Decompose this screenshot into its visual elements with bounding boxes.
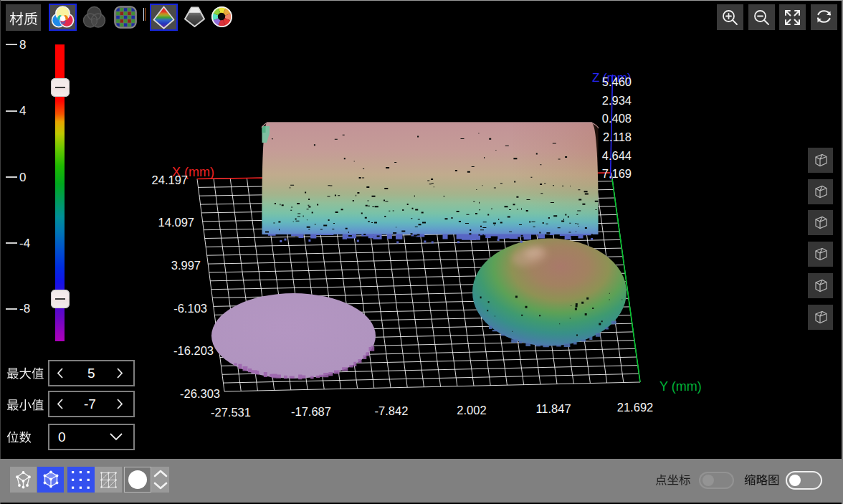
svg-text:-17.687: -17.687 bbox=[291, 405, 331, 418]
svg-text:-26.303: -26.303 bbox=[180, 387, 220, 400]
svg-text:2.118: 2.118 bbox=[603, 130, 632, 143]
svg-text:2.002: 2.002 bbox=[457, 404, 486, 417]
svg-text:14.097: 14.097 bbox=[158, 216, 194, 229]
svg-text:-27.531: -27.531 bbox=[211, 406, 251, 419]
svg-text:11.847: 11.847 bbox=[535, 402, 571, 415]
svg-text:24.197: 24.197 bbox=[152, 173, 188, 186]
svg-text:2.934: 2.934 bbox=[602, 94, 632, 107]
svg-text:0.408: 0.408 bbox=[602, 112, 632, 125]
svg-text:-6.103: -6.103 bbox=[173, 302, 207, 315]
svg-text:4.644: 4.644 bbox=[602, 149, 632, 162]
svg-text:3.997: 3.997 bbox=[171, 259, 201, 272]
svg-text:Y (mm): Y (mm) bbox=[659, 379, 702, 394]
svg-text:5.460: 5.460 bbox=[602, 75, 632, 88]
svg-text:-16.203: -16.203 bbox=[173, 344, 214, 357]
svg-text:-7.842: -7.842 bbox=[375, 404, 409, 417]
svg-text:7.169: 7.169 bbox=[602, 167, 632, 180]
svg-text:21.692: 21.692 bbox=[617, 401, 653, 414]
